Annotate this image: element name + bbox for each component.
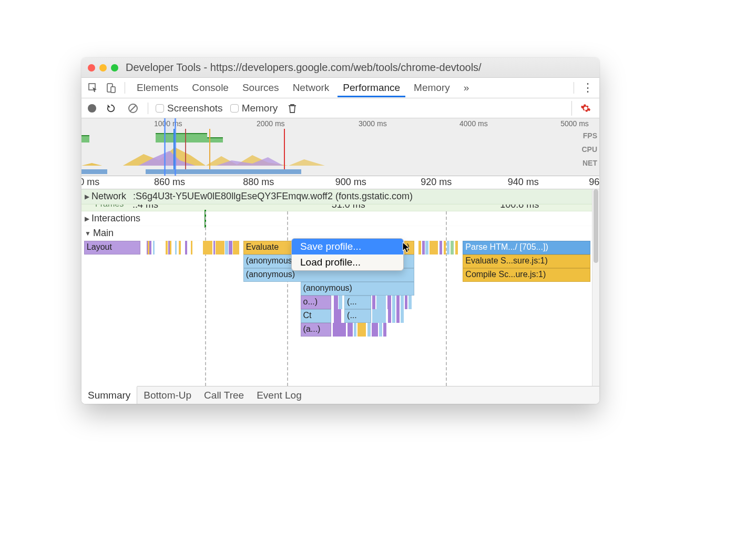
flame-event-thin[interactable] (379, 323, 382, 337)
flame-event-thin[interactable] (383, 323, 386, 337)
flame-event[interactable]: (a...) (301, 323, 331, 337)
ruler-tick: 880 ms (243, 177, 274, 188)
flame-event-thin[interactable] (339, 296, 342, 309)
flame-event-thin[interactable] (418, 241, 421, 254)
tab-performance[interactable]: Performance (338, 79, 405, 97)
flame-event[interactable]: (... (344, 296, 371, 309)
flame-event[interactable]: Compile Sc...ure.js:1) (463, 268, 590, 282)
flame-event-thin[interactable] (444, 241, 446, 254)
flame-event-thin[interactable] (408, 296, 412, 309)
flame-event-thin[interactable] (216, 241, 224, 254)
flame-event-thin[interactable] (233, 241, 239, 254)
overview-selection-handles[interactable] (164, 118, 177, 176)
flame-event-thin[interactable] (451, 241, 454, 254)
scrollbar-thumb[interactable] (594, 189, 598, 263)
flame-event-thin[interactable] (225, 241, 228, 254)
ruler-tick: 860 ms (154, 177, 185, 188)
flame-event-thin[interactable] (455, 241, 458, 254)
flame-event-thin[interactable] (203, 241, 212, 254)
flame-event-thin[interactable] (422, 241, 425, 254)
context-menu-load-profile[interactable]: Load profile... (292, 254, 403, 270)
tab-sources[interactable]: Sources (237, 79, 284, 97)
context-menu-save-profile[interactable]: Save profile... (292, 239, 403, 254)
capture-settings-button[interactable] (578, 101, 593, 116)
vertical-scrollbar[interactable] (592, 189, 599, 386)
flame-event-thin[interactable] (153, 241, 155, 254)
inspect-element-icon[interactable] (86, 80, 100, 95)
flame-event-thin[interactable] (334, 296, 339, 309)
flame-event-thin[interactable] (229, 241, 233, 254)
flame-event-thin[interactable] (333, 323, 346, 337)
details-tab-event-log[interactable]: Event Log (250, 386, 308, 404)
flame-event-thin[interactable] (372, 323, 379, 337)
details-tab-summary[interactable]: Summary (81, 386, 137, 404)
flame-event[interactable]: Ct (301, 309, 331, 323)
flame-event-thin[interactable] (348, 323, 353, 337)
flame-event-thin[interactable] (185, 241, 187, 254)
minimize-window-button[interactable] (99, 64, 107, 72)
flame-event[interactable]: (... (344, 309, 371, 323)
track-network[interactable]: ▶Network :S6g4U3t-Y5UEw0lE80llgEseQY3FEm… (81, 189, 592, 204)
screenshots-checkbox[interactable]: Screenshots (156, 103, 223, 114)
flame-event-thin[interactable] (175, 241, 177, 254)
flame-event-thin[interactable] (376, 296, 385, 309)
collect-garbage-button[interactable] (285, 101, 300, 116)
overview-tick: 4000 ms (459, 119, 488, 128)
device-toolbar-icon[interactable] (104, 80, 118, 95)
window-title: Developer Tools - https://developers.goo… (126, 62, 593, 74)
flame-event[interactable]: Evaluate S...sure.js:1) (463, 254, 590, 268)
flame-event-thin[interactable] (396, 296, 400, 309)
flame-event-thin[interactable] (447, 241, 449, 254)
checkbox-icon (230, 104, 239, 113)
flame-event-thin[interactable] (425, 241, 428, 254)
tabs-overflow-button[interactable]: » (458, 79, 475, 97)
flame-event-thin[interactable] (392, 296, 395, 309)
tab-network[interactable]: Network (288, 79, 335, 97)
flame-event-thin[interactable] (354, 323, 357, 337)
flame-event[interactable]: Layout (84, 241, 140, 254)
track-frames[interactable]: Frames ..4 ms 51.0 ms 100.8 ms (81, 204, 592, 211)
timeline-overview[interactable]: 1000 ms2000 ms3000 ms4000 ms5000 ms FPS … (81, 118, 599, 176)
flame-event-thin[interactable] (191, 241, 192, 254)
flame-event-thin[interactable] (213, 241, 216, 254)
tab-memory[interactable]: Memory (408, 79, 455, 97)
flame-event-thin[interactable] (367, 323, 371, 337)
flame-event[interactable]: (anonymous) (301, 282, 415, 296)
flamechart-body[interactable]: Save profile... Load profile... ▶Network… (81, 189, 592, 386)
clear-button[interactable] (126, 101, 140, 116)
zoom-window-button[interactable] (111, 64, 118, 72)
track-interactions[interactable]: ▶Interactions (81, 211, 592, 226)
flame-event-thin[interactable] (396, 309, 400, 323)
details-tab-call-tree[interactable]: Call Tree (198, 386, 250, 404)
flame-event-thin[interactable] (166, 241, 167, 254)
details-tab-bottom-up[interactable]: Bottom-Up (137, 386, 198, 404)
flame-event-thin[interactable] (392, 309, 395, 323)
flame-event-thin[interactable] (430, 241, 438, 254)
svg-rect-2 (111, 87, 115, 93)
flame-event[interactable]: o...) (301, 296, 331, 309)
flame-event[interactable]: Parse HTM.../ [705...]) (463, 241, 590, 254)
flame-event-thin[interactable] (440, 241, 443, 254)
flame-event-thin[interactable] (179, 241, 180, 254)
panel-tabs: Elements Console Sources Network Perform… (81, 78, 599, 98)
flame-event-thin[interactable] (334, 309, 342, 323)
flame-event-thin[interactable] (405, 296, 408, 309)
flame-event-thin[interactable] (149, 241, 151, 254)
flame-event-thin[interactable] (388, 309, 392, 323)
reload-record-button[interactable] (104, 101, 118, 116)
flame-event-thin[interactable] (357, 323, 366, 337)
flame-event-thin[interactable] (387, 296, 392, 309)
flame-event-thin[interactable] (170, 241, 171, 254)
record-button[interactable] (88, 104, 96, 113)
more-menu-icon[interactable]: ⋮ (580, 80, 595, 95)
flame-event-thin[interactable] (372, 309, 385, 323)
tab-elements[interactable]: Elements (131, 79, 183, 97)
flame-event-thin[interactable] (372, 296, 375, 309)
close-window-button[interactable] (88, 64, 95, 72)
flame-row-6: (a...) (81, 323, 592, 337)
flame-event-thin[interactable] (401, 309, 404, 323)
disclosure-down-icon: ▼ (85, 230, 91, 237)
memory-checkbox[interactable]: Memory (230, 103, 278, 114)
tab-console[interactable]: Console (187, 79, 234, 97)
flame-event-thin[interactable] (401, 296, 404, 309)
